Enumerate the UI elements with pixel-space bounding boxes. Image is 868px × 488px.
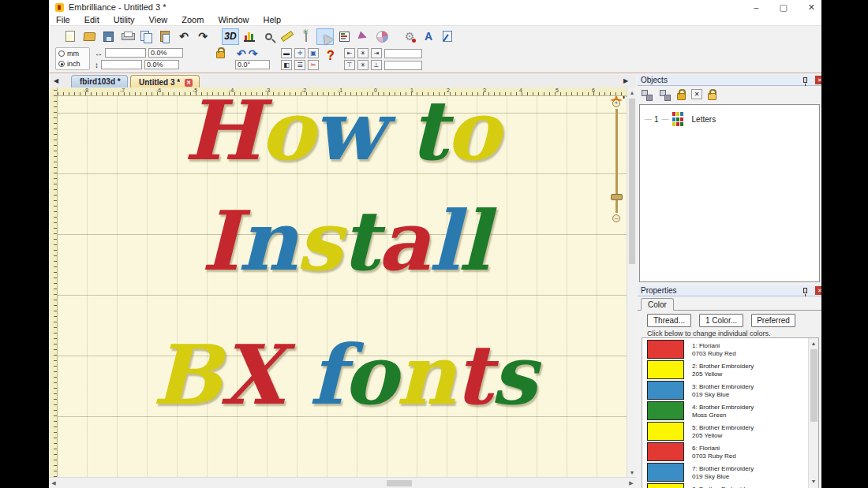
new-button[interactable]: [62, 28, 79, 45]
trim-button[interactable]: ✂: [308, 60, 319, 70]
menu-item-window[interactable]: Window: [211, 15, 256, 24]
align-right-button[interactable]: ⇥: [371, 48, 382, 58]
help-icon[interactable]: ?: [327, 49, 335, 63]
thread-color-swatch[interactable]: [647, 360, 684, 379]
pos-y-field[interactable]: [384, 61, 422, 70]
copy-button[interactable]: [137, 28, 155, 45]
stitch-simulator-button[interactable]: [297, 28, 315, 45]
thread-color-row[interactable]: 4: Brother EmbroideryMoss Green: [647, 401, 818, 421]
save-button[interactable]: [99, 28, 117, 45]
scale-x-field[interactable]: 0.0%: [148, 48, 183, 58]
thread-color-swatch[interactable]: [647, 483, 684, 488]
scroll-down-icon[interactable]: ▼: [809, 476, 818, 486]
scale-y-field[interactable]: 0.0%: [144, 60, 179, 69]
undo-button[interactable]: ↶: [175, 28, 193, 45]
design-text-line[interactable]: BX fonts: [152, 326, 535, 423]
pos-x-field[interactable]: [384, 49, 422, 58]
object-properties-button[interactable]: [335, 28, 353, 45]
panel-close-icon[interactable]: ✕: [815, 76, 821, 84]
zoom-tool-button[interactable]: [260, 28, 277, 45]
thread-color-swatch[interactable]: [647, 422, 684, 441]
zoom-out-icon[interactable]: –: [612, 214, 620, 222]
one-color-button[interactable]: 1 Color...: [699, 314, 743, 327]
rotate-right-icon[interactable]: ↷: [249, 47, 258, 60]
contrast-button[interactable]: ◧: [281, 60, 292, 70]
tab-fbird103d[interactable]: fbird103d *: [71, 75, 128, 88]
group-icon[interactable]: [659, 89, 672, 102]
maximize-button[interactable]: ▢: [779, 2, 787, 13]
tab-scroll-right-icon[interactable]: ▶: [623, 77, 628, 84]
print-button[interactable]: [118, 28, 136, 45]
thread-color-row[interactable]: 3: Brother Embroidery019 Sky Blue: [647, 381, 818, 400]
panel-close-icon[interactable]: ✕: [815, 286, 821, 295]
thread-color-row[interactable]: 7: Brother Embroidery019 Sky Blue: [647, 463, 818, 482]
menu-item-zoom[interactable]: Zoom: [174, 15, 211, 24]
rotate-left-icon[interactable]: ↶: [237, 47, 246, 60]
pin-icon[interactable]: [803, 77, 807, 83]
menu-item-view[interactable]: View: [142, 15, 175, 24]
open-button[interactable]: [80, 28, 98, 45]
thread-color-row[interactable]: 2: Brother Embroidery205 Yellow: [647, 360, 818, 380]
lock-closed-icon[interactable]: [677, 93, 686, 100]
scroll-up-icon[interactable]: ▲: [809, 338, 818, 348]
thread-color-swatch[interactable]: [647, 442, 684, 461]
lock-open-icon[interactable]: [708, 93, 716, 100]
width-field[interactable]: [105, 48, 146, 58]
thread-color-swatch[interactable]: [647, 381, 684, 400]
thread-color-row[interactable]: 8: Brother Embroidery: [647, 483, 818, 488]
objects-list[interactable]: — 1 — Letters: [639, 104, 820, 282]
tab-color[interactable]: Color: [641, 298, 674, 311]
stitch-bar-button[interactable]: ▬: [281, 48, 292, 58]
zoom-in-icon[interactable]: +: [612, 99, 620, 107]
lettering-button[interactable]: A: [420, 28, 437, 45]
design-text-line[interactable]: Install: [201, 192, 488, 289]
aspect-lock-icon[interactable]: [216, 51, 225, 58]
3d-view-button[interactable]: 3D: [222, 28, 239, 45]
align-center-v-button[interactable]: ✳: [357, 60, 369, 70]
thread-color-swatch[interactable]: [647, 401, 684, 420]
paste-button[interactable]: [156, 28, 174, 45]
merge-design-button[interactable]: ⚙: [401, 28, 418, 45]
redo-button[interactable]: ↷: [194, 28, 211, 45]
vertical-scroll-thumb[interactable]: [629, 99, 635, 264]
menu-item-file[interactable]: File: [49, 15, 77, 24]
align-bottom-button[interactable]: ⊥: [371, 60, 382, 70]
minimize-button[interactable]: –: [754, 2, 758, 12]
design-canvas[interactable]: N + – How toInstallBX fonts: [58, 96, 627, 477]
thread-color-row[interactable]: 1: Floriani0703 Ruby Red: [647, 340, 818, 359]
stitch-list-button[interactable]: ☰: [294, 60, 305, 70]
align-center-h-button[interactable]: ✳: [357, 48, 369, 58]
lock-x-icon[interactable]: ✕: [691, 89, 702, 99]
unit-mm-radio[interactable]: mm: [58, 50, 87, 58]
scroll-left-icon[interactable]: ◀: [49, 479, 58, 488]
tab-close-icon[interactable]: ✕: [185, 79, 193, 87]
align-top-button[interactable]: ⊤: [344, 60, 355, 70]
unit-inch-radio[interactable]: inch: [58, 60, 87, 68]
vertical-scrollbar[interactable]: ▲ ▼: [627, 88, 636, 477]
color-scroll-thumb[interactable]: [810, 349, 817, 422]
thread-color-swatch[interactable]: [647, 463, 684, 482]
fit-hoop-button[interactable]: ▣: [308, 48, 319, 58]
height-field[interactable]: [101, 60, 142, 69]
sequence-icon[interactable]: [641, 89, 653, 102]
thread-color-swatch[interactable]: [647, 340, 684, 359]
pin-icon[interactable]: [803, 288, 807, 293]
center-design-button[interactable]: ✛: [294, 48, 305, 58]
thread-button[interactable]: Thread...: [647, 314, 691, 327]
thread-color-row[interactable]: 6: Floriani0703 Ruby Red: [647, 442, 818, 462]
tab-scroll-left-icon[interactable]: ◀: [54, 77, 58, 84]
menu-item-utility[interactable]: Utility: [107, 15, 142, 24]
select-tool-button[interactable]: [316, 28, 334, 45]
notes-button[interactable]: [439, 28, 456, 45]
thread-color-row[interactable]: 5: Brother Embroidery205 Yellow: [647, 422, 818, 441]
scroll-up-icon[interactable]: ▲: [627, 88, 637, 97]
horizontal-scroll-thumb[interactable]: [387, 480, 412, 486]
measure-button[interactable]: [279, 28, 296, 45]
scroll-down-icon[interactable]: ▼: [627, 468, 637, 477]
design-tool-button[interactable]: [354, 28, 372, 45]
preferred-button[interactable]: Preferred: [751, 314, 795, 327]
design-text-line[interactable]: How to: [184, 96, 499, 179]
stitch-chart-button[interactable]: [241, 28, 258, 45]
menu-item-edit[interactable]: Edit: [77, 15, 107, 24]
horizontal-scrollbar[interactable]: ◀ ▶: [49, 477, 636, 488]
